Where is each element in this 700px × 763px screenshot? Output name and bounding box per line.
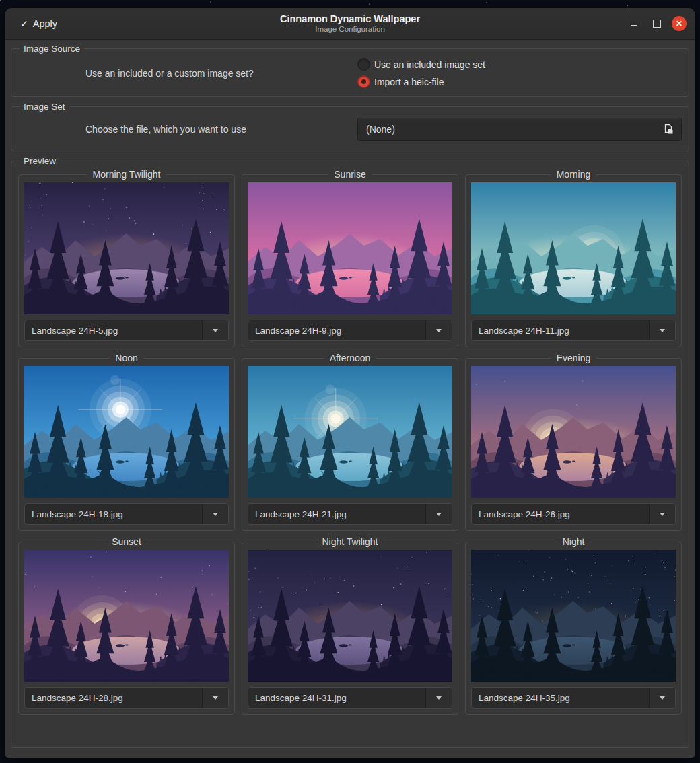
chevron-down-icon[interactable] [649,320,675,340]
file-chooser-button[interactable]: (None) [357,118,682,141]
preview-cell-title: Noon [110,353,143,363]
image-file-dropdown[interactable]: Landscape 24H-9.jpg [248,320,452,341]
maximize-icon [653,20,661,28]
wallpaper-thumbnail [471,550,676,682]
wallpaper-thumbnail [471,182,676,314]
image-set-label: Choose the file, which you want to use [85,124,246,135]
window-title: Cinnamon Dynamic Wallpaper [280,13,420,25]
preview-grid: Morning Twilight Landscape 24H-5.jpg Sun… [18,169,682,715]
preview-section: Preview Morning Twilight Landscape 24H-5… [11,156,689,748]
image-file-dropdown[interactable]: Landscape 24H-18.jpg [24,503,229,525]
chevron-down-icon[interactable] [202,504,228,524]
file-document-icon [664,124,674,135]
image-file-dropdown[interactable]: Landscape 24H-31.jpg [248,687,452,708]
chevron-down-icon[interactable] [425,688,452,708]
preview-cell-title: Sunset [106,536,147,547]
image-file-dropdown[interactable]: Landscape 24H-26.jpg [471,503,676,525]
radio-option-1[interactable]: Import a heic-file [357,75,682,88]
image-source-options: Use an included image setImport a heic-f… [357,57,682,89]
preview-cell-title: Afternoon [324,353,376,363]
wallpaper-thumbnail [24,550,229,682]
image-set-legend: Image Set [20,102,69,112]
radio-button-icon[interactable] [357,58,370,71]
chevron-down-icon[interactable] [202,320,228,340]
preview-cell-evening: Evening Landscape 24H-26.jpg [465,353,682,531]
preview-cell-title: Night [557,536,590,547]
close-button[interactable]: ✕ [672,16,687,31]
radio-option-label: Import a heic-file [374,77,444,87]
title-block: Cinnamon Dynamic Wallpaper Image Configu… [280,13,420,34]
chevron-down-icon[interactable] [425,320,452,340]
preview-cell-title: Sunrise [328,169,371,180]
radio-option-label: Use an included image set [374,59,485,70]
preview-cell-sunset: Sunset Landscape 24H-28.jpg [18,536,235,715]
image-file-dropdown[interactable]: Landscape 24H-21.jpg [248,503,452,525]
minimize-icon [631,25,637,26]
preview-cell-noon: Noon Landscape 24H-18.jpg [18,353,235,531]
preview-cell-title: Morning Twilight [88,169,166,180]
dropdown-selected-value: Landscape 24H-35.jpg [472,688,649,708]
preview-cell-morning: Morning Landscape 24H-11.jpg [465,169,682,347]
preview-cell-night-twilight: Night Twilight Landscape 24H-31.jpg [242,536,458,715]
image-file-dropdown[interactable]: Landscape 24H-5.jpg [24,320,229,341]
preview-cell-afternoon: Afternoon Landscape 24H-21.jpg [242,353,458,531]
image-file-dropdown[interactable]: Landscape 24H-11.jpg [471,320,676,341]
minimize-button[interactable] [626,15,642,32]
wallpaper-thumbnail [248,550,452,682]
image-source-question: Use an included or a custom image set? [85,68,254,79]
window-content: Image Source Use an included or a custom… [5,40,695,758]
dropdown-selected-value: Landscape 24H-21.jpg [248,504,425,524]
dropdown-selected-value: Landscape 24H-18.jpg [25,504,202,524]
image-set-section: Image Set Choose the file, which you wan… [11,102,689,151]
maximize-button[interactable] [649,15,665,32]
image-source-section: Image Source Use an included or a custom… [11,44,689,97]
window-controls: ✕ [626,15,687,32]
chevron-down-icon[interactable] [649,504,675,524]
wallpaper-thumbnail [471,366,676,498]
image-file-dropdown[interactable]: Landscape 24H-35.jpg [471,687,676,708]
dropdown-selected-value: Landscape 24H-11.jpg [472,320,649,340]
image-file-dropdown[interactable]: Landscape 24H-28.jpg [24,687,229,708]
file-chooser-value: (None) [366,124,664,135]
preview-cell-sunrise: Sunrise Landscape 24H-9.jpg [242,169,458,347]
apply-button[interactable]: ✓ Apply [16,15,61,32]
wallpaper-thumbnail [24,182,229,314]
wallpaper-thumbnail [24,366,229,498]
close-icon: ✕ [676,20,682,28]
radio-option-0[interactable]: Use an included image set [357,58,682,71]
image-source-legend: Image Source [20,44,84,54]
dropdown-selected-value: Landscape 24H-31.jpg [248,688,425,708]
dropdown-selected-value: Landscape 24H-9.jpg [248,320,425,340]
window-subtitle: Image Configuration [280,25,420,34]
dropdown-selected-value: Landscape 24H-26.jpg [472,504,649,524]
check-icon: ✓ [20,18,28,29]
preview-legend: Preview [20,156,60,166]
preview-cell-morning-twilight: Morning Twilight Landscape 24H-5.jpg [18,169,235,347]
wallpaper-thumbnail [248,366,452,498]
preview-cell-title: Morning [551,169,596,180]
app-window: ✓ Apply Cinnamon Dynamic Wallpaper Image… [5,8,695,758]
preview-cell-title: Night Twilight [316,536,383,547]
apply-button-label: Apply [33,18,57,29]
wallpaper-thumbnail [248,182,452,314]
titlebar[interactable]: ✓ Apply Cinnamon Dynamic Wallpaper Image… [5,8,695,40]
chevron-down-icon[interactable] [425,504,452,524]
dropdown-selected-value: Landscape 24H-5.jpg [25,320,202,340]
preview-cell-title: Evening [551,353,596,363]
chevron-down-icon[interactable] [649,688,675,708]
preview-cell-night: Night Landscape 24H-35.jpg [465,536,682,715]
radio-button-icon[interactable] [357,75,370,88]
chevron-down-icon[interactable] [202,688,228,708]
dropdown-selected-value: Landscape 24H-28.jpg [25,688,202,708]
